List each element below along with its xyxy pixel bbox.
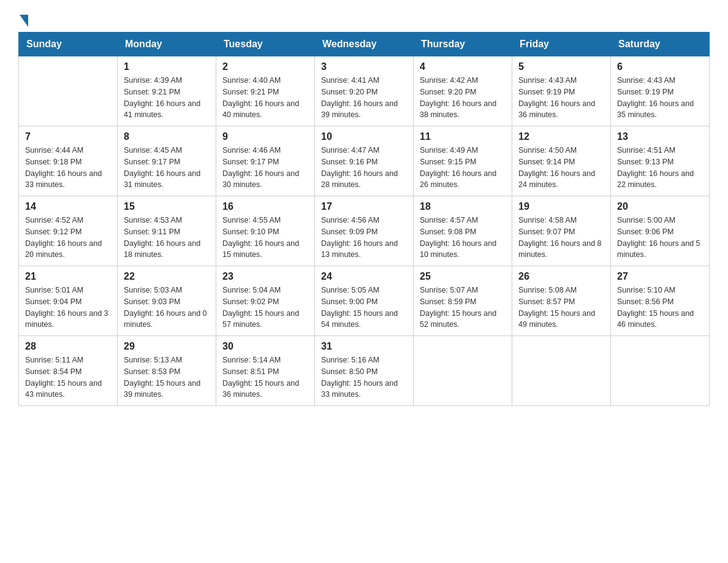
calendar-day-cell: 12Sunrise: 4:50 AMSunset: 9:14 PMDayligh… [512,126,611,196]
calendar-day-cell [512,336,611,406]
day-number: 16 [222,201,308,212]
day-info: Sunrise: 4:47 AMSunset: 9:16 PMDaylight:… [321,145,407,191]
day-number: 4 [420,61,506,72]
day-number: 10 [321,131,407,142]
day-info: Sunrise: 4:55 AMSunset: 9:10 PMDaylight:… [222,215,308,261]
calendar-day-cell: 21Sunrise: 5:01 AMSunset: 9:04 PMDayligh… [19,266,118,336]
calendar-day-cell: 8Sunrise: 4:45 AMSunset: 9:17 PMDaylight… [118,126,216,196]
day-info: Sunrise: 5:03 AMSunset: 9:03 PMDaylight:… [124,285,210,331]
calendar-week-row: 1Sunrise: 4:39 AMSunset: 9:21 PMDaylight… [19,56,710,126]
day-info: Sunrise: 4:52 AMSunset: 9:12 PMDaylight:… [25,215,111,261]
logo [18,12,28,26]
day-number: 13 [617,131,703,142]
day-number: 2 [222,61,308,72]
day-info: Sunrise: 5:01 AMSunset: 9:04 PMDaylight:… [25,285,111,331]
day-number: 11 [420,131,506,142]
day-info: Sunrise: 5:05 AMSunset: 9:00 PMDaylight:… [321,285,407,331]
day-info: Sunrise: 4:51 AMSunset: 9:13 PMDaylight:… [617,145,703,191]
calendar-day-cell: 18Sunrise: 4:57 AMSunset: 9:08 PMDayligh… [414,196,512,266]
day-number: 19 [518,201,604,212]
day-info: Sunrise: 5:13 AMSunset: 8:53 PMDaylight:… [124,354,210,400]
logo-triangle-icon [20,15,28,27]
day-number: 22 [124,271,210,282]
calendar-day-cell [414,336,512,406]
calendar-day-cell: 23Sunrise: 5:04 AMSunset: 9:02 PMDayligh… [216,266,315,336]
day-number: 17 [321,201,407,212]
day-number: 12 [518,131,604,142]
calendar-day-cell: 9Sunrise: 4:46 AMSunset: 9:17 PMDaylight… [216,126,315,196]
weekday-header-saturday: Saturday [611,33,710,56]
weekday-header-tuesday: Tuesday [216,33,315,56]
calendar-week-row: 7Sunrise: 4:44 AMSunset: 9:18 PMDaylight… [19,126,710,196]
day-info: Sunrise: 5:16 AMSunset: 8:50 PMDaylight:… [321,354,407,400]
day-info: Sunrise: 5:00 AMSunset: 9:06 PMDaylight:… [617,215,703,261]
calendar-day-cell: 16Sunrise: 4:55 AMSunset: 9:10 PMDayligh… [216,196,315,266]
weekday-header-row: SundayMondayTuesdayWednesdayThursdayFrid… [19,33,710,56]
calendar-day-cell: 19Sunrise: 4:58 AMSunset: 9:07 PMDayligh… [512,196,611,266]
day-info: Sunrise: 4:41 AMSunset: 9:20 PMDaylight:… [321,75,407,121]
calendar-day-cell: 24Sunrise: 5:05 AMSunset: 9:00 PMDayligh… [315,266,414,336]
day-number: 29 [124,341,210,352]
day-number: 28 [25,341,111,352]
day-number: 6 [617,61,703,72]
day-number: 15 [124,201,210,212]
calendar-day-cell: 3Sunrise: 4:41 AMSunset: 9:20 PMDaylight… [315,56,414,126]
calendar-day-cell: 4Sunrise: 4:42 AMSunset: 9:20 PMDaylight… [414,56,512,126]
calendar-day-cell: 20Sunrise: 5:00 AMSunset: 9:06 PMDayligh… [611,196,710,266]
day-info: Sunrise: 4:49 AMSunset: 9:15 PMDaylight:… [420,145,506,191]
calendar-day-cell: 14Sunrise: 4:52 AMSunset: 9:12 PMDayligh… [19,196,118,266]
day-info: Sunrise: 5:07 AMSunset: 8:59 PMDaylight:… [420,285,506,331]
day-number: 1 [124,61,210,72]
day-info: Sunrise: 4:43 AMSunset: 9:19 PMDaylight:… [617,75,703,121]
day-info: Sunrise: 4:43 AMSunset: 9:19 PMDaylight:… [518,75,604,121]
day-number: 27 [617,271,703,282]
calendar-week-row: 28Sunrise: 5:11 AMSunset: 8:54 PMDayligh… [19,336,710,406]
day-number: 14 [25,201,111,212]
day-info: Sunrise: 4:57 AMSunset: 9:08 PMDaylight:… [420,215,506,261]
day-number: 25 [420,271,506,282]
calendar-week-row: 14Sunrise: 4:52 AMSunset: 9:12 PMDayligh… [19,196,710,266]
day-number: 7 [25,131,111,142]
day-info: Sunrise: 4:42 AMSunset: 9:20 PMDaylight:… [420,75,506,121]
day-info: Sunrise: 5:10 AMSunset: 8:56 PMDaylight:… [617,285,703,331]
day-number: 26 [518,271,604,282]
weekday-header-monday: Monday [118,33,216,56]
day-info: Sunrise: 4:58 AMSunset: 9:07 PMDaylight:… [518,215,604,261]
day-info: Sunrise: 4:39 AMSunset: 9:21 PMDaylight:… [124,75,210,121]
day-number: 20 [617,201,703,212]
calendar-day-cell: 13Sunrise: 4:51 AMSunset: 9:13 PMDayligh… [611,126,710,196]
calendar-day-cell: 11Sunrise: 4:49 AMSunset: 9:15 PMDayligh… [414,126,512,196]
calendar-day-cell: 29Sunrise: 5:13 AMSunset: 8:53 PMDayligh… [118,336,216,406]
day-info: Sunrise: 4:44 AMSunset: 9:18 PMDaylight:… [25,145,111,191]
day-info: Sunrise: 5:04 AMSunset: 9:02 PMDaylight:… [222,285,308,331]
day-info: Sunrise: 5:08 AMSunset: 8:57 PMDaylight:… [518,285,604,331]
day-number: 3 [321,61,407,72]
day-number: 23 [222,271,308,282]
day-number: 5 [518,61,604,72]
day-info: Sunrise: 4:56 AMSunset: 9:09 PMDaylight:… [321,215,407,261]
day-number: 9 [222,131,308,142]
page-header [18,12,710,26]
calendar-day-cell: 2Sunrise: 4:40 AMSunset: 9:21 PMDaylight… [216,56,315,126]
calendar-day-cell: 25Sunrise: 5:07 AMSunset: 8:59 PMDayligh… [414,266,512,336]
day-info: Sunrise: 5:11 AMSunset: 8:54 PMDaylight:… [25,354,111,400]
day-number: 8 [124,131,210,142]
calendar-day-cell: 7Sunrise: 4:44 AMSunset: 9:18 PMDaylight… [19,126,118,196]
calendar-day-cell: 6Sunrise: 4:43 AMSunset: 9:19 PMDaylight… [611,56,710,126]
weekday-header-friday: Friday [512,33,611,56]
day-info: Sunrise: 4:50 AMSunset: 9:14 PMDaylight:… [518,145,604,191]
calendar-day-cell: 31Sunrise: 5:16 AMSunset: 8:50 PMDayligh… [315,336,414,406]
calendar-day-cell: 17Sunrise: 4:56 AMSunset: 9:09 PMDayligh… [315,196,414,266]
weekday-header-wednesday: Wednesday [315,33,414,56]
calendar-day-cell: 10Sunrise: 4:47 AMSunset: 9:16 PMDayligh… [315,126,414,196]
calendar-week-row: 21Sunrise: 5:01 AMSunset: 9:04 PMDayligh… [19,266,710,336]
calendar-day-cell: 30Sunrise: 5:14 AMSunset: 8:51 PMDayligh… [216,336,315,406]
day-info: Sunrise: 4:53 AMSunset: 9:11 PMDaylight:… [124,215,210,261]
calendar-table: SundayMondayTuesdayWednesdayThursdayFrid… [18,32,710,406]
calendar-day-cell: 27Sunrise: 5:10 AMSunset: 8:56 PMDayligh… [611,266,710,336]
day-info: Sunrise: 4:46 AMSunset: 9:17 PMDaylight:… [222,145,308,191]
calendar-day-cell [19,56,118,126]
day-number: 30 [222,341,308,352]
calendar-day-cell: 1Sunrise: 4:39 AMSunset: 9:21 PMDaylight… [118,56,216,126]
calendar-day-cell: 5Sunrise: 4:43 AMSunset: 9:19 PMDaylight… [512,56,611,126]
